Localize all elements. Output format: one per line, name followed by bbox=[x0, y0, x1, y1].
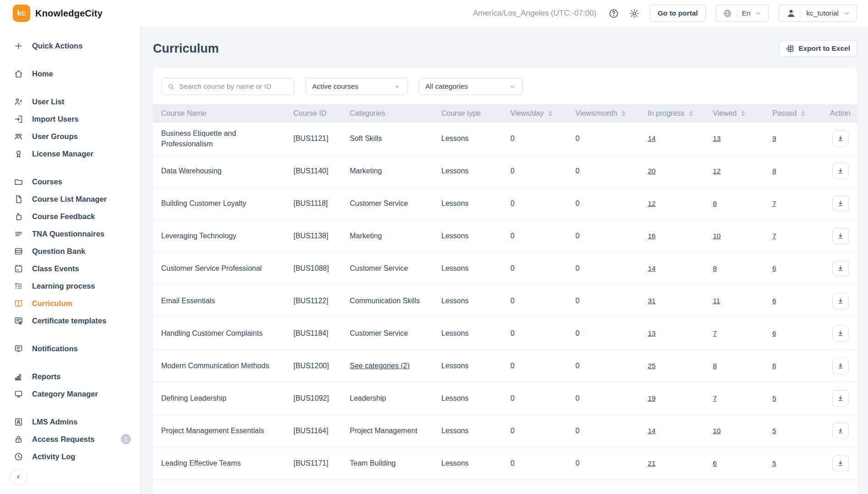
download-report-button[interactable] bbox=[832, 195, 849, 212]
views-month-cell: 0 bbox=[575, 133, 648, 144]
passed-link[interactable]: 6 bbox=[772, 264, 776, 272]
sidebar-item[interactable]: Access Requests 1 bbox=[0, 430, 140, 448]
passed-link[interactable]: 6 bbox=[772, 329, 776, 337]
sidebar-item[interactable]: Learning process bbox=[0, 277, 140, 295]
viewed-link[interactable]: 10 bbox=[713, 427, 721, 435]
in-progress-link[interactable]: 16 bbox=[648, 232, 656, 240]
viewed-link[interactable]: 8 bbox=[713, 199, 717, 207]
download-report-button[interactable] bbox=[832, 423, 849, 439]
viewed-link[interactable]: 12 bbox=[713, 167, 721, 175]
sidebar-item[interactable]: License Manager bbox=[0, 145, 140, 162]
sidebar-item[interactable]: Activity Log bbox=[0, 448, 140, 465]
download-report-button[interactable] bbox=[832, 163, 849, 179]
category-select[interactable]: All categories bbox=[418, 78, 523, 95]
gear-icon[interactable] bbox=[629, 8, 640, 19]
in-progress-link[interactable]: 12 bbox=[648, 199, 656, 207]
column-header[interactable]: In progress bbox=[648, 109, 713, 118]
sidebar-item[interactable]: Class Events bbox=[0, 260, 140, 277]
column-header[interactable]: Course Name bbox=[161, 109, 293, 118]
passed-link[interactable]: 7 bbox=[772, 199, 776, 207]
passed-link[interactable]: 5 bbox=[772, 394, 776, 402]
sidebar-item[interactable]: Category Manager bbox=[0, 385, 140, 403]
search-box[interactable] bbox=[161, 78, 294, 95]
download-report-button[interactable] bbox=[832, 358, 849, 374]
column-header[interactable]: Course type bbox=[441, 109, 510, 118]
download-report-button[interactable] bbox=[832, 130, 849, 147]
in-progress-link[interactable]: 13 bbox=[648, 329, 656, 337]
sort-arrows-icon[interactable] bbox=[548, 111, 552, 116]
column-header[interactable]: Viewed bbox=[713, 109, 772, 118]
sidebar-item[interactable]: Import Users bbox=[0, 110, 140, 128]
sidebar-item[interactable]: User List bbox=[0, 93, 140, 110]
in-progress-link[interactable]: 19 bbox=[648, 394, 656, 402]
in-progress-link[interactable]: 25 bbox=[648, 362, 656, 370]
sidebar-item-label: Curriculum bbox=[32, 299, 72, 308]
column-header[interactable]: Course ID bbox=[293, 109, 350, 118]
help-icon[interactable] bbox=[608, 8, 619, 19]
passed-link[interactable]: 5 bbox=[772, 459, 776, 467]
viewed-link[interactable]: 13 bbox=[713, 134, 721, 142]
viewed-link[interactable]: 11 bbox=[713, 297, 720, 305]
download-report-button[interactable] bbox=[832, 293, 849, 309]
sidebar-item[interactable]: Question Bank bbox=[0, 242, 140, 260]
course-status-select[interactable]: Active courses bbox=[305, 78, 407, 95]
column-header[interactable]: Action bbox=[830, 109, 850, 118]
language-selector[interactable]: En bbox=[716, 5, 769, 22]
column-header[interactable]: Views/day bbox=[510, 109, 575, 118]
course-name-cell: Building Customer Loyalty bbox=[161, 198, 293, 209]
download-report-button[interactable] bbox=[832, 455, 849, 472]
sidebar-item[interactable]: TNA Questionnaires bbox=[0, 225, 140, 242]
user-menu[interactable]: kc_tutorial bbox=[779, 5, 857, 22]
in-progress-link[interactable]: 14 bbox=[648, 264, 656, 272]
passed-link[interactable]: 9 bbox=[772, 134, 776, 142]
passed-link[interactable]: 6 bbox=[772, 362, 776, 370]
sidebar-item[interactable]: Certificate templates bbox=[0, 312, 140, 329]
viewed-link[interactable]: 8 bbox=[713, 264, 717, 272]
sidebar-item[interactable]: LMS Admins bbox=[0, 413, 140, 430]
viewed-link[interactable]: 7 bbox=[713, 394, 717, 402]
column-label: Views/day bbox=[510, 109, 544, 118]
search-input[interactable] bbox=[179, 82, 288, 91]
logo[interactable]: kc KnowledgeCity bbox=[13, 5, 103, 22]
in-progress-link[interactable]: 21 bbox=[648, 459, 656, 467]
column-header[interactable]: Views/month bbox=[575, 109, 648, 118]
course-name-cell: Project Management Essentials bbox=[161, 425, 293, 436]
sort-arrows-icon[interactable] bbox=[801, 111, 805, 116]
sidebar-item[interactable]: Notifications bbox=[0, 340, 140, 357]
sort-arrows-icon[interactable] bbox=[689, 111, 693, 116]
sort-arrows-icon[interactable] bbox=[741, 111, 745, 116]
sidebar-item[interactable]: User Groups bbox=[0, 128, 140, 145]
chevron-down-icon bbox=[509, 83, 516, 90]
collapse-sidebar-button[interactable] bbox=[10, 468, 27, 485]
viewed-link[interactable]: 8 bbox=[713, 362, 717, 370]
in-progress-link[interactable]: 14 bbox=[648, 134, 656, 142]
export-to-excel-button[interactable]: Export to Excel bbox=[779, 40, 857, 57]
column-header[interactable]: Passed bbox=[772, 109, 830, 118]
passed-link[interactable]: 8 bbox=[772, 167, 776, 175]
sidebar-item[interactable]: Home bbox=[0, 65, 140, 82]
sidebar-item[interactable]: Quick Actions bbox=[0, 37, 140, 54]
sidebar-item[interactable]: Course List Manager bbox=[0, 190, 140, 208]
passed-link[interactable]: 7 bbox=[772, 232, 776, 240]
viewed-link[interactable]: 10 bbox=[713, 232, 721, 240]
sidebar-item[interactable]: Reports bbox=[0, 368, 140, 385]
download-report-button[interactable] bbox=[832, 228, 849, 244]
in-progress-link[interactable]: 31 bbox=[648, 297, 656, 305]
download-report-button[interactable] bbox=[832, 260, 849, 277]
passed-link[interactable]: 6 bbox=[772, 297, 776, 305]
download-report-button[interactable] bbox=[832, 390, 849, 407]
go-to-portal-button[interactable]: Go to portal bbox=[650, 5, 706, 22]
viewed-link[interactable]: 7 bbox=[713, 329, 717, 337]
course-id-cell: [BUS1200] bbox=[293, 360, 350, 371]
passed-link[interactable]: 5 bbox=[772, 427, 776, 435]
download-report-button[interactable] bbox=[832, 325, 849, 342]
sidebar-item[interactable]: Course Feedback bbox=[0, 208, 140, 225]
download-icon bbox=[836, 232, 845, 240]
column-header[interactable]: Categories bbox=[350, 109, 441, 118]
in-progress-link[interactable]: 14 bbox=[648, 427, 656, 435]
sidebar-item[interactable]: Courses bbox=[0, 173, 140, 190]
in-progress-link[interactable]: 20 bbox=[648, 167, 656, 175]
viewed-link[interactable]: 6 bbox=[713, 459, 717, 467]
sidebar-item[interactable]: Curriculum bbox=[0, 295, 140, 312]
sort-arrows-icon[interactable] bbox=[622, 111, 625, 116]
